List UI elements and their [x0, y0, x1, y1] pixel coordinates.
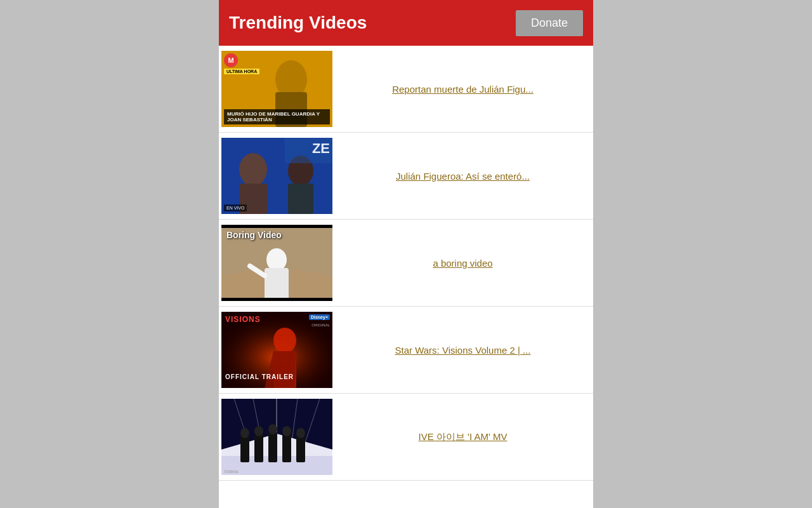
svg-point-39 — [282, 426, 291, 436]
video-thumbnail-2: ZE EN VIVO — [221, 138, 332, 214]
visions-label: VISIONS — [225, 315, 261, 324]
video-link-3[interactable]: a boring video — [433, 258, 492, 269]
svg-rect-18 — [221, 298, 332, 301]
original-label: ORIGINAL — [311, 323, 330, 327]
svg-point-33 — [240, 428, 249, 438]
main-container: Trending Videos Donate M ULTIMA HORA M U… — [219, 0, 593, 508]
svg-rect-34 — [254, 434, 263, 462]
video-info-2: Julián Figueroa: Así se enteró... — [332, 161, 593, 192]
list-item[interactable]: Boring Video a boring video — [219, 220, 593, 307]
disney-plus-badge: Disney+ — [309, 314, 330, 320]
official-trailer-label: OFFICIAL TRAILER — [225, 373, 294, 380]
svg-point-14 — [266, 248, 287, 271]
ultima-hora-label: ULTIMA HORA — [224, 69, 259, 74]
svg-point-37 — [268, 424, 277, 434]
list-item[interactable]: ZE EN VIVO Julián Figueroa: Así se enter… — [219, 133, 593, 220]
page-title: Trending Videos — [229, 13, 367, 33]
video-info-5: IVE 아이브 'I AM' MV — [332, 421, 593, 453]
list-item[interactable]: VISIONS Disney+ ORIGINAL OFFICIAL TRAILE… — [219, 307, 593, 394]
svg-point-35 — [254, 426, 263, 436]
list-item[interactable]: M ULTIMA HORA M ULTIMA HORA MURIÓ HIJO D… — [219, 46, 593, 133]
m-logo-badge: M — [224, 53, 238, 67]
header: Trending Videos Donate — [219, 0, 593, 46]
video-link-5[interactable]: IVE 아이브 'I AM' MV — [419, 431, 508, 443]
list-item[interactable]: iVideos IVE 아이브 'I AM' MV — [219, 394, 593, 481]
video-thumbnail-3: Boring Video — [221, 225, 332, 301]
video-list: M ULTIMA HORA M ULTIMA HORA MURIÓ HIJO D… — [219, 46, 593, 481]
video-info-4: Star Wars: Visions Volume 2 | ... — [332, 335, 593, 366]
svg-rect-36 — [268, 432, 277, 462]
video-info-3: a boring video — [332, 248, 593, 279]
donate-button[interactable]: Donate — [516, 10, 583, 36]
thumbnail-art-5 — [221, 399, 332, 475]
video-info-1: Reportan muerte de Julián Figu... — [332, 74, 593, 105]
ive-logo: iVideos — [224, 469, 239, 474]
svg-point-21 — [273, 328, 296, 353]
svg-rect-32 — [240, 436, 249, 462]
svg-rect-38 — [282, 434, 291, 462]
ze-text: ZE — [312, 140, 330, 157]
news-title-overlay: MURIÓ HIJO DE MARIBEL GUARDIA Y JOAN SEB… — [224, 109, 330, 124]
video-link-1[interactable]: Reportan muerte de Julián Figu... — [392, 84, 534, 95]
channel-badge-2: EN VIVO — [224, 204, 247, 211]
video-thumbnail-5: iVideos — [221, 399, 332, 475]
svg-rect-17 — [221, 225, 332, 228]
svg-rect-15 — [265, 268, 289, 301]
svg-point-41 — [296, 428, 305, 438]
svg-rect-9 — [288, 184, 313, 214]
video-thumbnail-4: VISIONS Disney+ ORIGINAL OFFICIAL TRAILE… — [221, 312, 332, 388]
svg-rect-40 — [296, 436, 305, 462]
video-link-4[interactable]: Star Wars: Visions Volume 2 | ... — [395, 345, 531, 356]
svg-point-6 — [239, 153, 267, 186]
boring-video-title: Boring Video — [226, 230, 282, 240]
video-link-2[interactable]: Julián Figueroa: Así se enteró... — [396, 171, 530, 182]
video-thumbnail-1: M ULTIMA HORA M ULTIMA HORA MURIÓ HIJO D… — [221, 51, 332, 127]
